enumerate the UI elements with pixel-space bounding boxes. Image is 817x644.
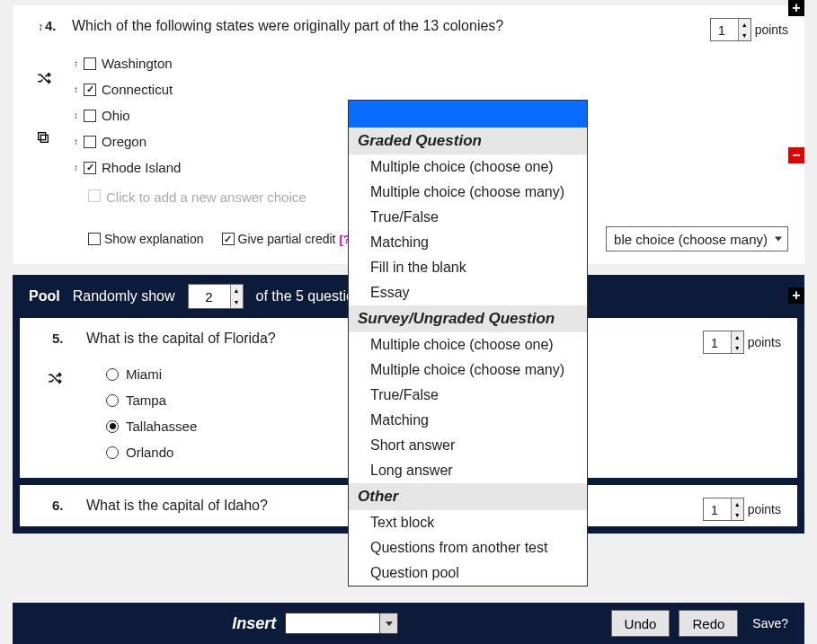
answer-checkbox[interactable] (84, 110, 96, 122)
popup-item[interactable]: Multiple choice (choose one) (349, 332, 587, 357)
points-input[interactable]: 1 ▲▼ points (703, 331, 781, 354)
insert-type-select[interactable] (285, 613, 398, 634)
option-label[interactable]: Orlando (126, 445, 173, 460)
insert-label: Insert (232, 614, 276, 633)
points-value[interactable]: 1 (711, 19, 738, 40)
answer-row[interactable]: ↕ Washington (74, 50, 788, 76)
checkbox-icon[interactable] (88, 233, 101, 245)
points-up[interactable]: ▲ (732, 498, 743, 509)
answer-checkbox[interactable] (84, 57, 96, 70)
checkbox-icon[interactable] (222, 233, 235, 245)
add-above-button[interactable]: + (788, 0, 804, 16)
copy-icon[interactable] (36, 130, 52, 147)
pool-count-input[interactable]: 2 ▲▼ (188, 284, 244, 309)
pool-count-down[interactable]: ▼ (231, 296, 243, 308)
points-down[interactable]: ▼ (732, 342, 743, 353)
chevron-down-icon[interactable] (379, 613, 397, 633)
option-label[interactable]: Tampa (126, 393, 166, 408)
drag-handle-icon[interactable]: ↕ (74, 163, 78, 172)
answer-label[interactable]: Rhode Island (102, 160, 181, 175)
points-label: points (748, 502, 781, 516)
popup-section-title: Survey/Ungraded Question (349, 305, 587, 332)
shuffle-icon[interactable] (47, 370, 63, 389)
points-label: points (755, 22, 788, 37)
option-label[interactable]: Tallahassee (126, 419, 197, 434)
pool-count-value[interactable]: 2 (189, 285, 230, 308)
points-up[interactable]: ▲ (739, 19, 750, 30)
popup-item[interactable]: Questions from another test (349, 535, 587, 560)
question-number: 5. (52, 331, 86, 346)
points-label: points (748, 335, 781, 349)
popup-section-title: Graded Question (349, 128, 587, 154)
popup-item[interactable]: Multiple choice (choose one) (349, 154, 587, 180)
save-status[interactable]: Save? (752, 616, 788, 631)
remove-button[interactable]: − (788, 147, 804, 163)
points-value[interactable]: 1 (704, 498, 731, 520)
redo-button[interactable]: Redo (679, 610, 738, 637)
shuffle-icon[interactable] (36, 70, 52, 89)
question-type-popup: Graded Question Multiple choice (choose … (348, 100, 588, 587)
answer-label[interactable]: Connecticut (102, 82, 173, 97)
radio-icon[interactable] (106, 446, 119, 459)
partial-credit-toggle[interactable]: Give partial credit [?] (222, 232, 355, 246)
drag-handle-icon[interactable]: ↕ (74, 110, 78, 120)
show-explanation-toggle[interactable]: Show explanation (88, 232, 204, 246)
bottom-toolbar: Insert Undo Redo Save? (13, 603, 804, 644)
option-label[interactable]: Miami (126, 366, 162, 382)
popup-item[interactable]: Matching (349, 230, 587, 255)
add-answer-placeholder[interactable]: Click to add a new answer choice (106, 190, 306, 205)
svg-rect-0 (40, 135, 48, 142)
radio-icon[interactable] (106, 394, 119, 407)
popup-item[interactable]: Matching (349, 408, 587, 433)
popup-item[interactable]: Multiple choice (choose many) (349, 357, 587, 383)
popup-item[interactable]: Fill in the blank (349, 255, 587, 280)
answer-checkbox[interactable] (84, 162, 96, 174)
pool-count-up[interactable]: ▲ (231, 285, 243, 296)
answer-checkbox[interactable] (84, 84, 96, 96)
points-down[interactable]: ▼ (739, 30, 750, 40)
drag-handle-icon[interactable]: ↕ (74, 58, 78, 68)
popup-item[interactable]: Long answer (349, 458, 587, 483)
answer-checkbox-disabled (88, 190, 101, 202)
popup-item[interactable]: Multiple choice (choose many) (349, 180, 587, 205)
popup-item[interactable]: Short answer (349, 433, 587, 458)
popup-item[interactable]: Text block (349, 510, 587, 535)
answer-label[interactable]: Ohio (102, 108, 130, 123)
points-value[interactable]: 1 (704, 331, 731, 353)
question-type-select[interactable]: ble choice (choose many) (606, 226, 788, 251)
question-text[interactable]: Which of the following states were origi… (72, 18, 699, 34)
points-down[interactable]: ▼ (732, 509, 743, 520)
radio-icon[interactable] (106, 420, 119, 433)
question-side-icons (36, 70, 52, 147)
add-below-button[interactable]: + (788, 287, 804, 304)
drag-handle-icon[interactable]: ↕ (74, 137, 78, 146)
popup-item[interactable]: True/False (349, 205, 587, 230)
question-number: 6. (52, 498, 86, 513)
undo-button[interactable]: Undo (611, 610, 670, 637)
popup-item[interactable]: Essay (349, 280, 587, 305)
answer-row[interactable]: ↕ Connecticut (74, 76, 788, 102)
drag-handle-icon[interactable]: ↕ (74, 84, 78, 94)
question-number: ↕4. (38, 18, 72, 33)
radio-icon[interactable] (106, 368, 119, 381)
answer-label[interactable]: Washington (102, 56, 173, 71)
svg-rect-1 (39, 133, 46, 140)
pool-label: Pool (29, 288, 60, 304)
popup-section-title: Other (349, 483, 587, 510)
popup-item[interactable]: True/False (349, 383, 587, 408)
points-up[interactable]: ▲ (732, 331, 743, 342)
pool-text-prefix: Randomly show (73, 288, 175, 304)
popup-header[interactable] (349, 101, 587, 128)
answer-label[interactable]: Oregon (102, 134, 147, 149)
points-input[interactable]: 1 ▲▼ points (710, 18, 788, 41)
popup-item[interactable]: Question pool (349, 560, 587, 586)
answer-checkbox[interactable] (84, 136, 96, 148)
points-input[interactable]: 1 ▲▼ points (703, 498, 781, 521)
select-value: ble choice (choose many) (614, 232, 768, 247)
